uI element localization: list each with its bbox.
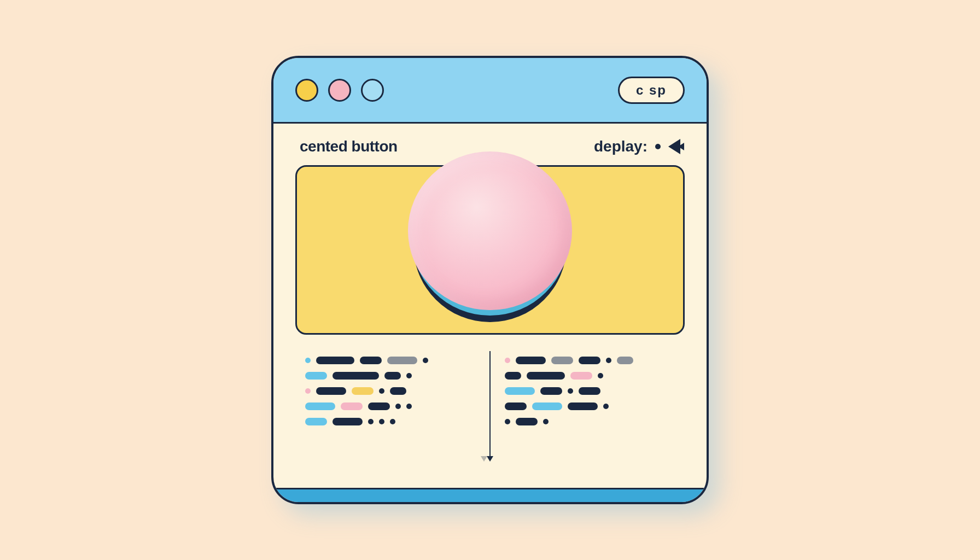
code-line: [505, 402, 675, 410]
code-line: [505, 357, 675, 364]
column-divider: [489, 351, 491, 460]
code-line: [305, 372, 475, 380]
code-line: [505, 418, 675, 425]
code-line: [505, 387, 675, 395]
property-label: deplay:: [594, 138, 680, 155]
maximize-icon[interactable]: [361, 79, 384, 102]
titlebar-pill-button[interactable]: c sp: [618, 77, 685, 104]
titlebar: c sp: [273, 58, 707, 124]
code-line: [305, 402, 475, 410]
code-line: [305, 418, 475, 425]
dot-icon: [655, 144, 661, 149]
code-line: [305, 357, 475, 364]
window-bottom-edge: [273, 488, 707, 502]
button-face: [408, 151, 572, 310]
code-column-left: [295, 351, 485, 460]
close-icon[interactable]: [295, 79, 318, 102]
title-label: cented button: [300, 138, 398, 155]
code-column-right: [495, 351, 685, 460]
code-line: [305, 387, 475, 395]
code-line: [505, 372, 675, 380]
code-area: [295, 351, 685, 460]
traffic-lights: [295, 79, 384, 102]
app-window: c sp cented button deplay:: [271, 56, 709, 504]
preview-canvas: [295, 165, 685, 335]
arrow-left-icon: [668, 139, 680, 154]
content-area: cented button deplay:: [273, 124, 707, 471]
centered-round-button[interactable]: [408, 151, 572, 316]
minimize-icon[interactable]: [328, 79, 351, 102]
property-text: deplay:: [594, 138, 648, 155]
